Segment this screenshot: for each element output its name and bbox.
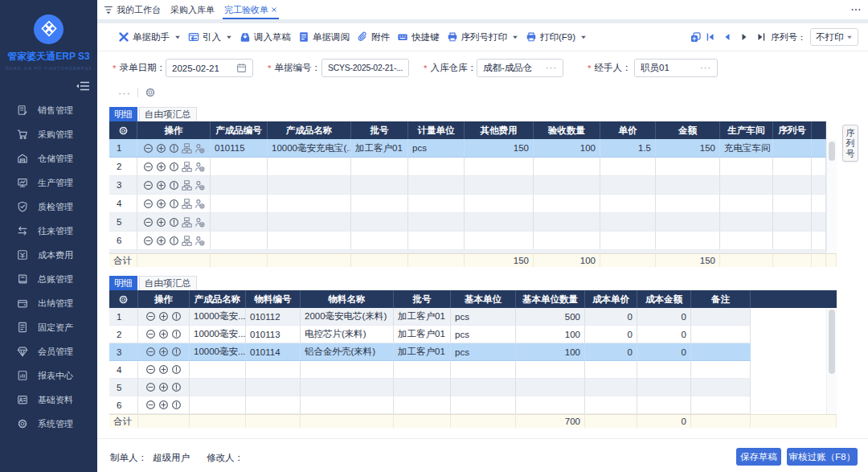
toolbar-4[interactable]: 单据调阅 — [298, 31, 350, 43]
alert-circle-icon[interactable] — [169, 143, 179, 154]
form-field-input-3[interactable]: 成都-成品仓··· — [477, 59, 563, 77]
alert-circle-icon[interactable] — [171, 382, 182, 392]
plus-circle-icon[interactable] — [158, 400, 169, 410]
plus-circle-icon[interactable] — [158, 382, 169, 392]
plus-circle-icon[interactable] — [158, 329, 169, 339]
minus-circle-icon[interactable] — [145, 364, 156, 375]
alert-circle-icon[interactable] — [171, 347, 182, 357]
nav-prev-icon[interactable] — [723, 33, 731, 41]
form-field-input-1[interactable]: 2025-02-21 — [166, 59, 253, 77]
products-table-tab-2[interactable]: 自由项汇总 — [139, 107, 197, 121]
sidebar-item-10[interactable]: 固定资产 — [0, 315, 97, 339]
sidebar-item-12[interactable]: 报表中心 — [0, 363, 97, 388]
tabbar-more-icon[interactable] — [850, 4, 862, 15]
vertical-scrollbar[interactable] — [826, 308, 837, 414]
table-row[interactable]: 6 — [109, 232, 837, 250]
alert-circle-icon[interactable] — [171, 364, 182, 375]
minus-circle-icon[interactable] — [143, 180, 154, 191]
more-fields-icon[interactable]: ··· — [118, 87, 131, 99]
sidebar-item-6[interactable]: 往来管理 — [0, 219, 97, 243]
products-table-tab-1[interactable]: 明细 — [109, 107, 137, 121]
column-settings-cell[interactable] — [109, 290, 138, 308]
minus-circle-icon[interactable] — [145, 382, 156, 392]
tab-close-icon[interactable] — [271, 6, 277, 13]
sidebar-item-9[interactable]: 出纳管理 — [0, 291, 97, 315]
lookup-ellipsis-icon[interactable]: ··· — [700, 64, 711, 72]
minus-circle-icon[interactable] — [143, 217, 154, 228]
column-settings-gear-icon[interactable] — [118, 125, 129, 136]
link-plus-icon[interactable] — [194, 236, 205, 246]
alert-circle-icon[interactable] — [169, 180, 179, 191]
table-row[interactable]: 3 — [109, 176, 837, 195]
minus-circle-icon[interactable] — [145, 347, 156, 357]
sidebar-item-4[interactable]: 生产管理 — [0, 170, 97, 195]
serial-print-select[interactable]: 不打印 — [810, 28, 858, 46]
alert-circle-icon[interactable] — [169, 236, 179, 246]
tree-icon[interactable] — [182, 162, 192, 172]
audit-post-button[interactable]: 审核过账（F8） — [787, 448, 858, 466]
toolbar-7[interactable]: 序列号打印 — [447, 31, 519, 43]
table-row[interactable]: 2 — [109, 158, 837, 176]
table-row[interactable]: 5 — [109, 213, 837, 232]
doc-tab-1[interactable]: 我的工作台 — [117, 0, 161, 19]
alert-circle-icon[interactable] — [171, 311, 182, 322]
tree-icon[interactable] — [182, 199, 192, 209]
sidebar-item-1[interactable]: 销售管理 — [0, 98, 97, 122]
nav-next-icon[interactable] — [740, 33, 748, 41]
toolbar-5[interactable]: 附件 — [357, 31, 390, 43]
sidebar-item-14[interactable]: 系统管理 — [0, 412, 97, 436]
alert-circle-icon[interactable] — [169, 199, 179, 209]
table-row[interactable]: 4 — [109, 195, 837, 213]
plus-circle-icon[interactable] — [156, 199, 166, 209]
link-plus-icon[interactable] — [194, 180, 205, 191]
sidebar-collapse-icon[interactable] — [76, 80, 90, 92]
toolbar-3[interactable]: 调入草稿 — [240, 31, 291, 43]
plus-circle-icon[interactable] — [156, 180, 166, 191]
materials-table-tab-2[interactable]: 自由项汇总 — [139, 276, 197, 290]
link-plus-icon[interactable] — [194, 143, 205, 154]
toolbar-2[interactable]: 引入 — [188, 31, 232, 43]
toolbar-8[interactable]: 打印(F9) — [526, 31, 587, 43]
alert-circle-icon[interactable] — [169, 217, 179, 228]
sidebar-item-5[interactable]: 质检管理 — [0, 195, 97, 219]
toolbar-6[interactable]: 快捷键 — [397, 31, 440, 43]
sidebar-item-11[interactable]: 会员管理 — [0, 339, 97, 363]
nav-last-icon[interactable] — [757, 33, 765, 41]
minus-circle-icon[interactable] — [143, 143, 154, 154]
doc-tab-3[interactable]: 完工验收单 — [224, 0, 277, 19]
serial-number-side-tab[interactable]: 序列号 — [842, 125, 858, 162]
alert-circle-icon[interactable] — [171, 329, 182, 339]
nav-first-icon[interactable] — [706, 33, 714, 41]
sidebar-item-3[interactable]: 仓储管理 — [0, 146, 97, 170]
link-plus-icon[interactable] — [194, 217, 205, 228]
toolbar-1[interactable]: 单据助手 — [118, 31, 181, 43]
calendar-icon[interactable] — [236, 63, 247, 73]
sidebar-item-2[interactable]: 采购管理 — [0, 122, 97, 146]
minus-circle-icon[interactable] — [143, 199, 154, 209]
plus-circle-icon[interactable] — [158, 364, 169, 375]
save-draft-button[interactable]: 保存草稿 — [736, 448, 781, 466]
table-row[interactable]: 6 — [109, 396, 837, 414]
minus-circle-icon[interactable] — [143, 162, 154, 172]
alert-circle-icon[interactable] — [171, 400, 182, 410]
link-plus-icon[interactable] — [194, 199, 205, 209]
minus-circle-icon[interactable] — [143, 236, 154, 246]
sidebar-item-8[interactable]: 总账管理 — [0, 267, 97, 291]
table-row[interactable]: 310000毫安...010114铝合金外壳(来料)加工客户01pcs10000 — [109, 343, 837, 361]
plus-circle-icon[interactable] — [156, 162, 166, 172]
link-plus-icon[interactable] — [194, 162, 205, 172]
form-settings-gear-icon[interactable] — [145, 87, 156, 98]
plus-circle-icon[interactable] — [156, 236, 166, 246]
new-document-icon[interactable] — [690, 32, 701, 43]
form-field-input-2[interactable]: SCYS-2025-02-21-... — [321, 59, 409, 77]
tab-filter-icon[interactable] — [103, 4, 114, 15]
table-row[interactable]: 210000毫安...010113电控芯片(来料)加工客户01pcs10000 — [109, 326, 837, 343]
scrollbar-thumb[interactable] — [829, 142, 835, 161]
tree-icon[interactable] — [182, 236, 192, 246]
plus-circle-icon[interactable] — [158, 347, 169, 357]
plus-circle-icon[interactable] — [156, 143, 166, 154]
plus-circle-icon[interactable] — [156, 217, 166, 228]
minus-circle-icon[interactable] — [145, 311, 156, 322]
doc-tab-2[interactable]: 采购入库单 — [170, 0, 215, 19]
alert-circle-icon[interactable] — [169, 162, 179, 172]
